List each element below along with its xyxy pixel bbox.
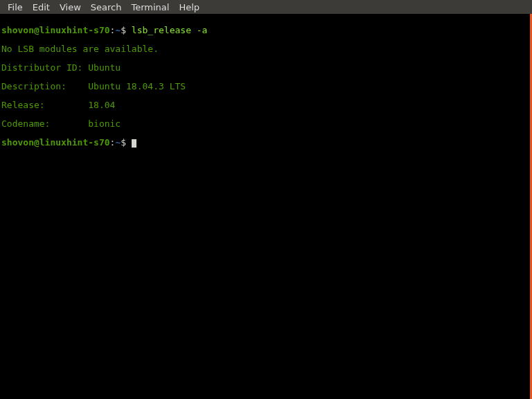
menu-view[interactable]: View [55, 1, 86, 14]
prompt-dollar: $ [121, 137, 126, 148]
output-line: Description: Ubuntu 18.04.3 LTS [1, 82, 531, 91]
prompt-dollar: $ [121, 25, 126, 35]
menubar: File Edit View Search Terminal Help [0, 0, 532, 14]
command-text: lsb_release -a [132, 25, 208, 35]
menu-terminal[interactable]: Terminal [126, 1, 174, 14]
menu-file[interactable]: File [3, 1, 28, 14]
menu-help[interactable]: Help [174, 1, 204, 14]
menu-search[interactable]: Search [86, 1, 127, 14]
output-line: No LSB modules are available. [1, 44, 531, 54]
output-line: Release: 18.04 [1, 100, 531, 110]
prompt-userhost: shovon@linuxhint-s70 [1, 25, 110, 35]
menu-edit[interactable]: Edit [28, 1, 55, 14]
terminal-output-area[interactable]: shovon@linuxhint-s70:~$ lsb_release -a N… [0, 14, 532, 399]
output-line: Codename: bionic [1, 119, 531, 129]
prompt-userhost: shovon@linuxhint-s70 [1, 137, 110, 148]
cursor-icon [132, 139, 136, 148]
terminal-line: shovon@linuxhint-s70:~$ [1, 138, 531, 148]
output-line: Distributor ID: Ubuntu [1, 63, 531, 73]
terminal-line: shovon@linuxhint-s70:~$ lsb_release -a [1, 26, 531, 35]
